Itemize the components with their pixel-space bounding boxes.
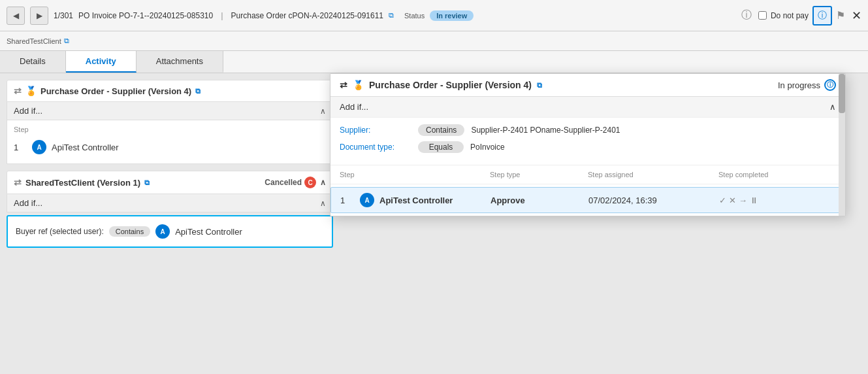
- step-num-1: 1: [14, 143, 27, 152]
- popup-award-icon: 🏅: [353, 80, 364, 90]
- chevron-3[interactable]: ∧: [320, 199, 326, 208]
- cond-value-doctype: PoInvoice: [470, 143, 505, 152]
- link-icon-2: ⇄: [14, 177, 22, 188]
- popup-status: In progress ⓘ: [778, 79, 836, 91]
- add-if-label-1: Add if...: [14, 106, 42, 116]
- step-header-1: Step: [14, 126, 326, 133]
- step-name-1: ApiTest Controller: [52, 143, 119, 152]
- step-row-1: 1 A ApiTest Controller: [14, 136, 326, 158]
- section2-external-icon[interactable]: ⧉: [144, 178, 150, 187]
- section2-header: ⇄ SharedTestClient (Version 1) ⧉ Cancell…: [7, 171, 333, 194]
- popup-header: ⇄ 🏅 Purchase Order - Supplier (Version 4…: [330, 74, 845, 97]
- add-if-bar-1: Add if... ∧: [7, 102, 333, 120]
- scrollbar-track: [839, 74, 845, 216]
- buyer-ref-label: Buyer ref (selected user):: [16, 227, 104, 236]
- popup-add-if-label: Add if...: [340, 102, 368, 112]
- steps-section-1: Step 1 A ApiTest Controller: [7, 120, 333, 164]
- link-icon-1: ⇄: [14, 86, 22, 96]
- condition-row-2: Document type: Equals PoInvoice: [340, 141, 836, 153]
- nav-next-button[interactable]: ▶: [30, 7, 48, 25]
- tabs: Details Activity Attachments: [0, 51, 868, 73]
- section1-external-icon[interactable]: ⧉: [195, 87, 201, 95]
- user-avatar-2: A: [155, 224, 170, 239]
- chevron-2[interactable]: ∧: [320, 178, 326, 187]
- popup-external-icon[interactable]: ⧉: [537, 81, 542, 90]
- popup-status-label: In progress: [778, 80, 820, 90]
- info-active-button[interactable]: ⓘ: [812, 6, 832, 26]
- contains-chip: Contains: [109, 226, 150, 237]
- cond-value-supplier: Supplier-P-2401 POname-Supplier-P-2401: [471, 126, 620, 135]
- progress-icon: ⓘ: [824, 79, 836, 91]
- do-not-pay-checkbox[interactable]: [758, 11, 767, 20]
- col-step-assigned: Step assigned: [588, 171, 718, 178]
- status-badge: In review: [430, 10, 474, 21]
- section1-title: Purchase Order - Supplier (Version 4): [40, 86, 191, 96]
- main-content: ⇄ 🏅 Purchase Order - Supplier (Version 4…: [0, 73, 868, 371]
- sub-bar: SharedTestClient ⧉: [0, 31, 868, 51]
- add-if-label-2: Add if...: [14, 198, 42, 208]
- top-bar: ◀ ▶ 1/301 PO Invoice PO-7-1--20240125-08…: [0, 0, 868, 31]
- popup-conditions: Supplier: Contains Supplier-P-2401 POnam…: [330, 118, 845, 165]
- popup-step-row: 1 A ApiTest Controller Approve 07/02/202…: [330, 187, 845, 213]
- info-icon[interactable]: ⓘ: [741, 8, 752, 22]
- condition-row-1: Supplier: Contains Supplier-P-2401 POnam…: [340, 124, 836, 136]
- breadcrumb-purchase-order: Purchase Order cPON-A-20240125-091611: [231, 11, 383, 20]
- user-avatar-1: A: [32, 140, 46, 154]
- popup-overlay: ⇄ 🏅 Purchase Order - Supplier (Version 4…: [330, 73, 846, 216]
- popup-chevron[interactable]: ∧: [829, 102, 836, 112]
- section1-header: ⇄ 🏅 Purchase Order - Supplier (Version 4…: [7, 80, 333, 102]
- popup-add-if: Add if... ∧: [330, 97, 845, 118]
- pause-action-icon[interactable]: ⏸: [750, 196, 758, 205]
- flag-icon[interactable]: ⚑: [836, 9, 845, 22]
- col-step: Step: [340, 171, 359, 178]
- tab-activity[interactable]: Activity: [66, 51, 137, 73]
- cond-chip-equals: Equals: [418, 141, 464, 153]
- cond-label-supplier: Supplier:: [340, 126, 411, 135]
- nav-count: 1/301: [54, 11, 73, 20]
- cond-chip-contains: Contains: [418, 124, 464, 136]
- popup-user-avatar: A: [360, 193, 374, 207]
- highlight-box: Buyer ref (selected user): Contains A Ap…: [7, 215, 333, 248]
- cancelled-label: Cancelled: [265, 178, 302, 187]
- step-actions: ✓ ✕ → ⏸: [719, 196, 835, 205]
- cancelled-badge: Cancelled C: [265, 177, 316, 188]
- reject-action-icon[interactable]: ✕: [729, 196, 736, 205]
- popup-title: ⇄ 🏅 Purchase Order - Supplier (Version 4…: [340, 80, 542, 90]
- section2-title: SharedTestClient (Version 1): [25, 178, 140, 188]
- close-button[interactable]: ✕: [852, 8, 861, 23]
- client-external-icon[interactable]: ⧉: [64, 37, 69, 45]
- status-label: Status: [404, 12, 425, 20]
- popup-link-icon: ⇄: [340, 80, 347, 90]
- buyer-controller-name: ApiTest Controller: [175, 227, 242, 237]
- nav-prev-button[interactable]: ◀: [7, 7, 25, 25]
- breadcrumb-po-invoice: PO Invoice PO-7-1--20240125-085310: [78, 11, 213, 20]
- approve-action-icon[interactable]: ✓: [719, 196, 726, 205]
- forward-action-icon[interactable]: →: [739, 196, 747, 205]
- popup-step-name: ApiTest Controller: [379, 196, 490, 205]
- tab-attachments[interactable]: Attachments: [137, 51, 223, 73]
- section2: ⇄ SharedTestClient (Version 1) ⧉ Cancell…: [7, 171, 333, 248]
- col-step-completed: Step completed: [718, 171, 836, 178]
- cond-label-doctype: Document type:: [340, 143, 411, 152]
- scrollbar-thumb[interactable]: [839, 74, 845, 113]
- external-link-icon[interactable]: ⧉: [389, 11, 394, 20]
- add-if-bar-2: Add if... ∧: [7, 194, 333, 212]
- tab-details[interactable]: Details: [0, 51, 66, 73]
- left-panel: ⇄ 🏅 Purchase Order - Supplier (Version 4…: [0, 73, 340, 371]
- chevron-1[interactable]: ∧: [320, 107, 326, 116]
- popup-step-type: Approve: [490, 196, 588, 205]
- do-not-pay-label: Do not pay: [771, 11, 809, 20]
- client-name: SharedTestClient: [7, 37, 61, 45]
- cancelled-icon: C: [304, 177, 316, 188]
- popup-step-num: 1: [340, 196, 353, 205]
- award-icon-1: 🏅: [25, 86, 37, 96]
- section1: ⇄ 🏅 Purchase Order - Supplier (Version 4…: [7, 80, 333, 164]
- highlight-row: Buyer ref (selected user): Contains A Ap…: [16, 222, 324, 241]
- col-step-type: Step type: [490, 171, 588, 178]
- popup-steps-header: Step Step type Step assigned Step comple…: [330, 165, 845, 184]
- popup-step-assigned: 07/02/2024, 16:39: [588, 196, 719, 205]
- top-icons: ⓘ Do not pay ⓘ ⚑ ✕: [741, 6, 861, 26]
